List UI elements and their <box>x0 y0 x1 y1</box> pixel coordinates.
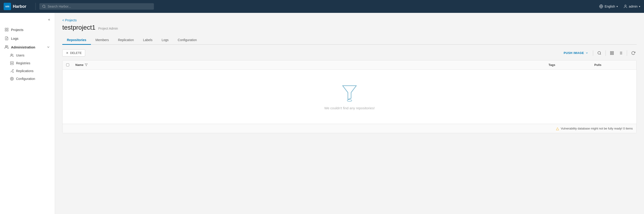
tab-logs[interactable]: Logs <box>157 36 173 45</box>
toolbar-left: DELETE <box>62 49 85 56</box>
language-selector[interactable]: English ▾ <box>599 4 618 9</box>
search-button[interactable] <box>596 50 603 56</box>
logs-icon <box>4 36 9 40</box>
project-title: testproject1 <box>62 24 96 31</box>
user-icon <box>624 4 628 9</box>
globe-icon <box>599 4 603 9</box>
empty-state: We couldn't find any repositories! <box>62 70 636 124</box>
list-icon <box>618 51 623 55</box>
toolbar-right: PUSH IMAGE <box>562 50 637 56</box>
username-label: admin <box>629 5 638 8</box>
table-header: Name Tags Pulls <box>62 60 636 70</box>
app-name: Harbor <box>13 4 26 9</box>
svg-point-22 <box>598 51 600 54</box>
svg-rect-26 <box>612 53 614 54</box>
sidebar-item-users[interactable]: Users <box>0 51 55 59</box>
sidebar-item-replications[interactable]: Replications <box>0 67 55 75</box>
delete-button[interactable]: DELETE <box>62 49 85 56</box>
select-all-checkbox[interactable] <box>66 63 69 66</box>
tab-configuration[interactable]: Configuration <box>173 36 201 45</box>
replications-icon <box>10 69 14 73</box>
language-label: English <box>604 5 615 8</box>
sidebar-item-logs-label: Logs <box>11 37 18 40</box>
sidebar-item-projects-label: Projects <box>11 28 23 32</box>
tab-replication[interactable]: Replication <box>113 36 138 45</box>
push-image-button[interactable]: PUSH IMAGE <box>562 50 590 56</box>
sidebar-section-administration[interactable]: Administration <box>0 43 55 51</box>
footer-warning: Vulnerability database might not be full… <box>561 127 633 130</box>
users-label: Users <box>16 54 24 57</box>
chevron-down-icon <box>46 45 50 49</box>
user-menu[interactable]: admin ▾ <box>624 4 640 9</box>
topnav: vm Harbor English ▾ admin ▾ <box>0 0 644 13</box>
list-view-button[interactable] <box>617 50 624 56</box>
th-name: Name <box>72 60 545 69</box>
tab-members[interactable]: Members <box>91 36 113 45</box>
configuration-icon <box>10 77 14 81</box>
svg-rect-8 <box>5 30 6 31</box>
svg-point-4 <box>625 5 626 6</box>
svg-point-12 <box>11 54 12 55</box>
x-icon <box>66 51 69 54</box>
toolbar-divider-3 <box>627 50 627 56</box>
refresh-button[interactable] <box>630 50 637 56</box>
tab-repositories[interactable]: Repositories <box>62 36 91 45</box>
project-header: testproject1 Project Admin <box>62 24 637 31</box>
registries-label: Registries <box>16 61 30 65</box>
empty-message: We couldn't find any repositories! <box>324 106 375 110</box>
svg-rect-24 <box>610 51 612 53</box>
sidebar-item-configuration[interactable]: Configuration <box>0 75 55 83</box>
project-role: Project Admin <box>98 27 118 30</box>
svg-line-23 <box>600 54 601 54</box>
sidebar-collapse-control: « <box>0 15 55 25</box>
svg-line-1 <box>45 7 45 8</box>
grid-icon <box>610 51 614 55</box>
svg-point-0 <box>42 5 45 8</box>
svg-rect-14 <box>10 63 13 64</box>
sidebar-item-registries[interactable]: Registries <box>0 59 55 67</box>
svg-rect-27 <box>610 53 612 54</box>
refresh-icon <box>631 51 635 55</box>
registries-icon <box>10 61 14 65</box>
collapse-sidebar-button[interactable]: « <box>47 17 51 23</box>
administration-icon <box>4 45 9 49</box>
push-image-label: PUSH IMAGE <box>564 51 584 55</box>
grid-view-button[interactable] <box>608 50 615 56</box>
warning-icon: △ <box>556 126 559 131</box>
svg-marker-34 <box>85 64 88 66</box>
app-body: « Projects Logs <box>0 13 644 214</box>
toolbar: DELETE PUSH IMAGE <box>62 49 637 56</box>
table-body: We couldn't find any repositories! <box>62 70 636 124</box>
sidebar: « Projects Logs <box>0 13 55 214</box>
sidebar-item-logs[interactable]: Logs <box>0 34 55 43</box>
repositories-table: Name Tags Pulls <box>62 60 637 133</box>
search-bar[interactable] <box>40 3 154 10</box>
svg-rect-6 <box>7 28 8 29</box>
th-pulls: Pulls <box>591 60 636 69</box>
svg-rect-5 <box>5 28 6 29</box>
tab-labels[interactable]: Labels <box>138 36 157 45</box>
toolbar-divider-2 <box>606 50 606 56</box>
svg-marker-35 <box>342 86 356 99</box>
vm-logo-icon: vm <box>4 3 11 10</box>
search-icon <box>42 5 46 8</box>
sidebar-item-projects[interactable]: Projects <box>0 25 55 34</box>
svg-point-19 <box>12 78 12 79</box>
breadcrumb[interactable]: < Projects <box>62 18 637 22</box>
search-icon <box>597 51 602 55</box>
user-chevron-icon: ▾ <box>639 5 640 8</box>
app-logo: vm Harbor <box>4 3 36 10</box>
language-chevron-icon: ▾ <box>616 5 618 8</box>
svg-rect-13 <box>10 62 13 63</box>
filter-icon <box>85 63 88 66</box>
projects-icon <box>4 28 9 32</box>
administration-section-left: Administration <box>4 45 35 49</box>
administration-label: Administration <box>11 45 35 49</box>
topnav-right: English ▾ admin ▾ <box>599 4 640 9</box>
configuration-label: Configuration <box>16 77 35 81</box>
delete-label: DELETE <box>70 51 82 55</box>
push-image-chevron-icon <box>585 51 588 54</box>
table-footer: △ Vulnerability database might not be fu… <box>62 124 636 133</box>
svg-rect-7 <box>7 30 8 31</box>
search-input[interactable] <box>48 5 151 8</box>
